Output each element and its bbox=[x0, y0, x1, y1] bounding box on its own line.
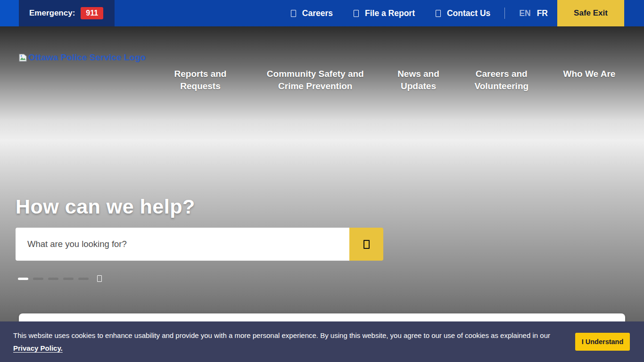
utility-nav: Careers File a Report Contact Us bbox=[291, 8, 491, 18]
language-en-toggle[interactable]: EN bbox=[519, 8, 530, 18]
contact-icon bbox=[436, 10, 441, 17]
carousel-indicator-2[interactable] bbox=[33, 278, 43, 280]
hero-title: How can we help? bbox=[16, 195, 195, 218]
pause-icon bbox=[97, 275, 102, 282]
careers-link-label: Careers bbox=[302, 8, 333, 18]
file-a-report-link-label: File a Report bbox=[365, 8, 415, 18]
nav-community-safety[interactable]: Community Safety and Crime Prevention bbox=[264, 68, 366, 92]
logo-alt-text: Ottawa Police Service Logo bbox=[28, 52, 146, 63]
nav-who-we-are[interactable]: Who We Are bbox=[561, 68, 618, 80]
emergency-number-badge: 911 bbox=[81, 7, 103, 19]
carousel-controls bbox=[18, 275, 102, 282]
hero-section: Ottawa Police Service Logo Reports and R… bbox=[0, 26, 644, 362]
accent-strip bbox=[0, 0, 19, 26]
top-utility-bar: Emergency: 911 Careers File a Report Con… bbox=[0, 0, 644, 26]
nav-news-and-updates[interactable]: News and Updates bbox=[395, 68, 442, 92]
cookie-message-text: This website uses cookies to enhance usa… bbox=[13, 331, 550, 339]
search-icon bbox=[363, 240, 370, 249]
carousel-indicator-5[interactable] bbox=[78, 278, 89, 280]
emergency-label: Emergency: bbox=[29, 8, 75, 18]
main-nav: Reports and Requests Community Safety an… bbox=[165, 68, 618, 92]
file-report-icon bbox=[354, 10, 359, 17]
file-a-report-link[interactable]: File a Report bbox=[354, 8, 415, 18]
logo-link[interactable]: Ottawa Police Service Logo bbox=[19, 52, 146, 63]
nav-careers-and-volunteering[interactable]: Careers and Volunteering bbox=[471, 68, 532, 92]
search-button[interactable] bbox=[349, 228, 383, 261]
privacy-policy-link[interactable]: Privacy Policy. bbox=[13, 344, 63, 352]
cookie-banner: This website uses cookies to enhance usa… bbox=[0, 321, 644, 362]
carousel-indicator-1[interactable] bbox=[18, 278, 28, 280]
language-divider bbox=[504, 8, 505, 19]
nav-reports-and-requests[interactable]: Reports and Requests bbox=[165, 68, 236, 92]
search-input[interactable] bbox=[16, 228, 349, 261]
carousel-indicator-4[interactable] bbox=[63, 278, 74, 280]
language-switcher: EN FR bbox=[519, 8, 548, 18]
contact-us-link-label: Contact Us bbox=[447, 8, 490, 18]
carousel-indicator-3[interactable] bbox=[48, 278, 58, 280]
site-search-form bbox=[16, 228, 383, 261]
safe-exit-button[interactable]: Safe Exit bbox=[557, 0, 624, 26]
contact-us-link[interactable]: Contact Us bbox=[436, 8, 490, 18]
emergency-banner: Emergency: 911 bbox=[19, 0, 115, 26]
carousel-pause-button[interactable] bbox=[97, 275, 102, 282]
broken-image-icon bbox=[19, 54, 27, 62]
careers-icon bbox=[291, 10, 296, 17]
careers-link[interactable]: Careers bbox=[291, 8, 333, 18]
language-fr-toggle[interactable]: FR bbox=[537, 8, 548, 18]
cookie-accept-button[interactable]: I Understand bbox=[575, 333, 630, 351]
cookie-message: This website uses cookies to enhance usa… bbox=[13, 329, 570, 354]
